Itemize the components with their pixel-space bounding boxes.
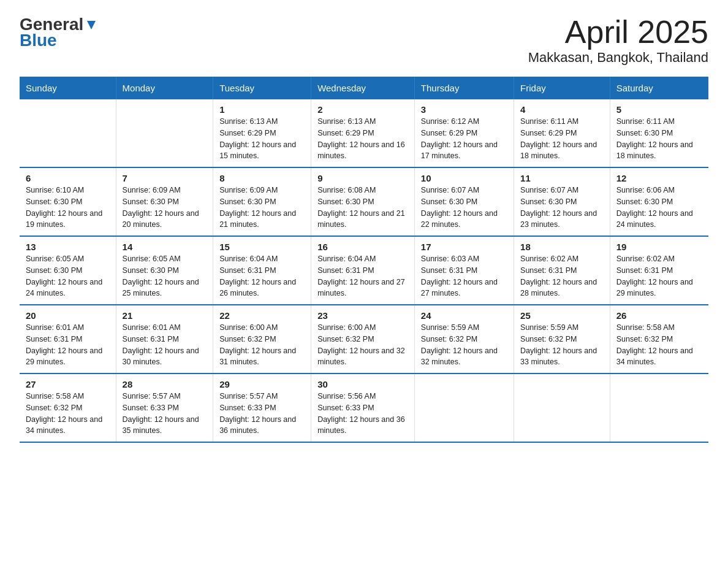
calendar-cell: 6Sunrise: 6:10 AMSunset: 6:30 PMDaylight… (20, 167, 116, 236)
day-number: 24 (421, 310, 507, 321)
calendar-cell: 5Sunrise: 6:11 AMSunset: 6:30 PMDaylight… (610, 99, 708, 167)
day-number: 4 (520, 104, 604, 115)
day-info: Sunrise: 5:56 AMSunset: 6:33 PMDaylight:… (317, 391, 408, 437)
day-info: Sunrise: 6:03 AMSunset: 6:31 PMDaylight:… (421, 253, 507, 299)
day-number: 29 (219, 379, 305, 389)
day-number: 20 (26, 310, 110, 321)
calendar-cell: 2Sunrise: 6:13 AMSunset: 6:29 PMDaylight… (311, 99, 415, 167)
day-info: Sunrise: 6:01 AMSunset: 6:31 PMDaylight:… (123, 322, 207, 368)
calendar-cell: 4Sunrise: 6:11 AMSunset: 6:29 PMDaylight… (514, 99, 610, 167)
logo: General Blue (20, 15, 98, 50)
calendar-header-row: SundayMondayTuesdayWednesdayThursdayFrid… (20, 77, 708, 99)
day-info: Sunrise: 5:57 AMSunset: 6:33 PMDaylight:… (123, 391, 207, 437)
day-info: Sunrise: 5:59 AMSunset: 6:32 PMDaylight:… (421, 322, 507, 368)
day-info: Sunrise: 6:06 AMSunset: 6:30 PMDaylight:… (616, 185, 702, 231)
weekday-header-tuesday: Tuesday (213, 77, 311, 99)
day-info: Sunrise: 6:11 AMSunset: 6:30 PMDaylight:… (616, 116, 702, 162)
calendar-cell: 19Sunrise: 6:02 AMSunset: 6:31 PMDayligh… (610, 236, 708, 305)
day-info: Sunrise: 6:02 AMSunset: 6:31 PMDaylight:… (520, 253, 604, 299)
day-info: Sunrise: 6:02 AMSunset: 6:31 PMDaylight:… (616, 253, 702, 299)
calendar-cell: 17Sunrise: 6:03 AMSunset: 6:31 PMDayligh… (414, 236, 514, 305)
calendar-cell (20, 99, 116, 167)
calendar-cell: 24Sunrise: 5:59 AMSunset: 6:32 PMDayligh… (414, 305, 514, 373)
calendar-cell: 27Sunrise: 5:58 AMSunset: 6:32 PMDayligh… (20, 373, 116, 442)
calendar-cell (116, 99, 213, 167)
calendar-cell: 28Sunrise: 5:57 AMSunset: 6:33 PMDayligh… (116, 373, 213, 442)
day-info: Sunrise: 6:13 AMSunset: 6:29 PMDaylight:… (317, 116, 408, 162)
day-info: Sunrise: 5:58 AMSunset: 6:32 PMDaylight:… (26, 391, 110, 437)
calendar-cell (610, 373, 708, 442)
day-info: Sunrise: 5:57 AMSunset: 6:33 PMDaylight:… (219, 391, 305, 437)
calendar-cell: 9Sunrise: 6:08 AMSunset: 6:30 PMDaylight… (311, 167, 415, 236)
calendar-cell: 30Sunrise: 5:56 AMSunset: 6:33 PMDayligh… (311, 373, 415, 442)
day-number: 6 (26, 173, 110, 183)
day-number: 16 (317, 242, 408, 252)
day-info: Sunrise: 6:07 AMSunset: 6:30 PMDaylight:… (520, 185, 604, 231)
calendar-week-row: 20Sunrise: 6:01 AMSunset: 6:31 PMDayligh… (20, 305, 708, 373)
calendar-cell (514, 373, 610, 442)
calendar-week-row: 27Sunrise: 5:58 AMSunset: 6:32 PMDayligh… (20, 373, 708, 442)
calendar-cell: 14Sunrise: 6:05 AMSunset: 6:30 PMDayligh… (116, 236, 213, 305)
day-number: 3 (421, 104, 507, 115)
weekday-header-wednesday: Wednesday (311, 77, 415, 99)
weekday-header-saturday: Saturday (610, 77, 708, 99)
day-info: Sunrise: 6:13 AMSunset: 6:29 PMDaylight:… (219, 116, 305, 162)
day-info: Sunrise: 6:05 AMSunset: 6:30 PMDaylight:… (123, 253, 207, 299)
day-number: 10 (421, 173, 507, 183)
calendar-cell: 13Sunrise: 6:05 AMSunset: 6:30 PMDayligh… (20, 236, 116, 305)
calendar-cell: 1Sunrise: 6:13 AMSunset: 6:29 PMDaylight… (213, 99, 311, 167)
weekday-header-friday: Friday (514, 77, 610, 99)
page-subtitle: Makkasan, Bangkok, Thailand (528, 50, 708, 66)
day-number: 21 (123, 310, 207, 321)
calendar-week-row: 6Sunrise: 6:10 AMSunset: 6:30 PMDaylight… (20, 167, 708, 236)
calendar-cell: 10Sunrise: 6:07 AMSunset: 6:30 PMDayligh… (414, 167, 514, 236)
day-info: Sunrise: 6:01 AMSunset: 6:31 PMDaylight:… (26, 322, 110, 368)
day-number: 23 (317, 310, 408, 321)
day-number: 14 (123, 242, 207, 252)
day-info: Sunrise: 6:07 AMSunset: 6:30 PMDaylight:… (421, 185, 507, 231)
weekday-header-thursday: Thursday (414, 77, 514, 99)
day-number: 7 (123, 173, 207, 183)
day-number: 17 (421, 242, 507, 252)
day-number: 5 (616, 104, 702, 115)
calendar-cell: 25Sunrise: 5:59 AMSunset: 6:32 PMDayligh… (514, 305, 610, 373)
day-number: 25 (520, 310, 604, 321)
day-info: Sunrise: 6:00 AMSunset: 6:32 PMDaylight:… (317, 322, 408, 368)
day-number: 12 (616, 173, 702, 183)
day-info: Sunrise: 6:09 AMSunset: 6:30 PMDaylight:… (219, 185, 305, 231)
day-info: Sunrise: 5:59 AMSunset: 6:32 PMDaylight:… (520, 322, 604, 368)
day-number: 11 (520, 173, 604, 183)
day-number: 18 (520, 242, 604, 252)
day-number: 22 (219, 310, 305, 321)
day-info: Sunrise: 5:58 AMSunset: 6:32 PMDaylight:… (616, 322, 702, 368)
day-info: Sunrise: 6:04 AMSunset: 6:31 PMDaylight:… (317, 253, 408, 299)
calendar-week-row: 13Sunrise: 6:05 AMSunset: 6:30 PMDayligh… (20, 236, 708, 305)
calendar-cell (414, 373, 514, 442)
calendar-cell: 8Sunrise: 6:09 AMSunset: 6:30 PMDaylight… (213, 167, 311, 236)
day-info: Sunrise: 6:00 AMSunset: 6:32 PMDaylight:… (219, 322, 305, 368)
svg-marker-0 (87, 21, 96, 29)
day-number: 1 (219, 104, 305, 115)
calendar-cell: 12Sunrise: 6:06 AMSunset: 6:30 PMDayligh… (610, 167, 708, 236)
calendar-cell: 26Sunrise: 5:58 AMSunset: 6:32 PMDayligh… (610, 305, 708, 373)
calendar-cell: 20Sunrise: 6:01 AMSunset: 6:31 PMDayligh… (20, 305, 116, 373)
logo-blue: Blue (20, 31, 57, 50)
weekday-header-sunday: Sunday (20, 77, 116, 99)
calendar-cell: 18Sunrise: 6:02 AMSunset: 6:31 PMDayligh… (514, 236, 610, 305)
calendar-cell: 21Sunrise: 6:01 AMSunset: 6:31 PMDayligh… (116, 305, 213, 373)
page-title: April 2025 (528, 15, 708, 50)
calendar-cell: 15Sunrise: 6:04 AMSunset: 6:31 PMDayligh… (213, 236, 311, 305)
day-info: Sunrise: 6:04 AMSunset: 6:31 PMDaylight:… (219, 253, 305, 299)
day-number: 19 (616, 242, 702, 252)
day-info: Sunrise: 6:05 AMSunset: 6:30 PMDaylight:… (26, 253, 110, 299)
calendar-cell: 7Sunrise: 6:09 AMSunset: 6:30 PMDaylight… (116, 167, 213, 236)
day-number: 8 (219, 173, 305, 183)
day-info: Sunrise: 6:11 AMSunset: 6:29 PMDaylight:… (520, 116, 604, 162)
day-info: Sunrise: 6:08 AMSunset: 6:30 PMDaylight:… (317, 185, 408, 231)
day-number: 13 (26, 242, 110, 252)
calendar-cell: 23Sunrise: 6:00 AMSunset: 6:32 PMDayligh… (311, 305, 415, 373)
day-number: 28 (123, 379, 207, 389)
calendar-week-row: 1Sunrise: 6:13 AMSunset: 6:29 PMDaylight… (20, 99, 708, 167)
day-number: 15 (219, 242, 305, 252)
weekday-header-monday: Monday (116, 77, 213, 99)
